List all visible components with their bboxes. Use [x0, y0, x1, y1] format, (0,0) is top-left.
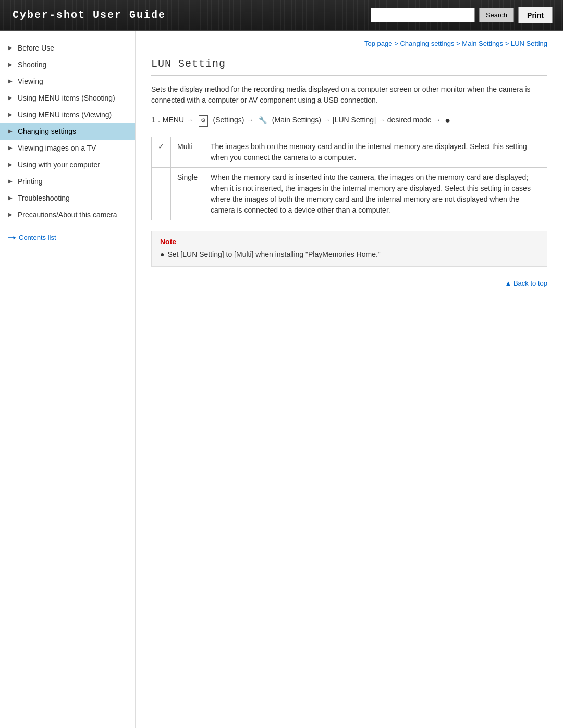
sidebar-arrow-viewing: ▶ — [8, 78, 15, 84]
back-to-top-link[interactable]: Back to top — [513, 279, 547, 287]
sidebar-label-viewing-images-tv: Viewing images on a TV — [18, 144, 96, 152]
sidebar-item-using-menu-viewing[interactable]: ▶Using MENU items (Viewing) — [0, 106, 135, 123]
note-text: Set [LUN Setting] to [Multi] when instal… — [167, 249, 380, 260]
breadcrumb-sep1: > — [394, 40, 400, 47]
breadcrumb-sep3: > — [505, 40, 511, 47]
sidebar-arrow-troubleshooting: ▶ — [8, 195, 15, 201]
content: Top page > Changing settings > Main Sett… — [136, 31, 563, 728]
sidebar-label-shooting: Shooting — [18, 60, 46, 69]
sidebar-items: ▶Before Use▶Shooting▶Viewing▶Using MENU … — [0, 40, 135, 223]
contents-list-label: Contents list — [19, 233, 56, 241]
settings-table: ✓ Multi The images both on the memory ca… — [151, 137, 547, 220]
page-title: LUN Setting — [151, 58, 547, 76]
main-settings-icon: 🔧 — [259, 115, 267, 126]
note-section: Note ● Set [LUN Setting] to [Multi] when… — [151, 231, 547, 267]
back-to-top-triangle: ▲ — [505, 279, 511, 287]
instruction-step: 1．MENU → — [151, 116, 195, 124]
sidebar-item-shooting[interactable]: ▶Shooting — [0, 56, 135, 73]
sidebar-item-printing[interactable]: ▶Printing — [0, 173, 135, 190]
sidebar-arrow-precautions: ▶ — [8, 212, 15, 218]
note-title: Note — [160, 238, 538, 246]
breadcrumb: Top page > Changing settings > Main Sett… — [151, 40, 547, 47]
sidebar-arrow-using-menu-shooting: ▶ — [8, 95, 15, 101]
sidebar-item-using-menu-shooting[interactable]: ▶Using MENU items (Shooting) — [0, 90, 135, 106]
instruction-main-label: (Main Settings) → [LUN Setting] → desire… — [270, 116, 443, 124]
sidebar-item-before-use[interactable]: ▶Before Use — [0, 40, 135, 56]
table-row: ✓ Multi The images both on the memory ca… — [152, 137, 547, 167]
sidebar-label-troubleshooting: Troubleshooting — [18, 194, 70, 202]
sidebar-arrow-printing: ▶ — [8, 178, 15, 184]
sidebar-label-using-menu-viewing: Using MENU items (Viewing) — [18, 110, 112, 119]
sidebar-label-printing: Printing — [18, 177, 42, 186]
contents-list-link[interactable]: Contents list — [0, 227, 135, 248]
print-button[interactable]: Print — [518, 7, 553, 23]
instruction-settings-label: (Settings) → — [211, 116, 256, 124]
bullet-marker: ● — [160, 249, 164, 260]
sidebar: ▶Before Use▶Shooting▶Viewing▶Using MENU … — [0, 31, 136, 728]
sidebar-arrow-viewing-images-tv: ▶ — [8, 145, 15, 151]
breadcrumb-top[interactable]: Top page — [364, 40, 393, 47]
sidebar-label-viewing: Viewing — [18, 77, 43, 85]
logo: Cyber-shot User Guide — [0, 9, 178, 21]
sidebar-item-viewing[interactable]: ▶Viewing — [0, 73, 135, 90]
description-cell: When the memory card is inserted into th… — [204, 167, 547, 220]
sidebar-arrow-shooting: ▶ — [8, 61, 15, 68]
table-body: ✓ Multi The images both on the memory ca… — [152, 137, 547, 220]
breadcrumb-main[interactable]: Main Settings — [462, 40, 503, 47]
description-cell: The images both on the memory card and i… — [204, 137, 547, 167]
sidebar-label-before-use: Before Use — [18, 44, 54, 52]
settings-icon: ⚙ — [199, 115, 208, 127]
bullet-icon: ● — [445, 115, 450, 126]
description: Sets the display method for the recordin… — [151, 84, 547, 106]
sidebar-label-using-menu-shooting: Using MENU items (Shooting) — [18, 94, 115, 102]
checkmark-cell — [152, 167, 171, 220]
sidebar-label-changing-settings: Changing settings — [18, 127, 76, 135]
sidebar-arrow-using-computer: ▶ — [8, 162, 15, 168]
search-input[interactable] — [371, 8, 475, 22]
search-button[interactable]: Search — [479, 8, 514, 22]
sidebar-label-precautions: Precautions/About this camera — [18, 211, 117, 219]
sidebar-arrow-using-menu-viewing: ▶ — [8, 112, 15, 118]
note-content: ● Set [LUN Setting] to [Multi] when inst… — [160, 249, 538, 260]
back-to-top[interactable]: ▲ Back to top — [151, 279, 547, 295]
sidebar-item-precautions[interactable]: ▶Precautions/About this camera — [0, 206, 135, 223]
instruction: 1．MENU → ⚙ (Settings) → 🔧 (Main Settings… — [151, 113, 547, 128]
breadcrumb-current: LUN Setting — [511, 40, 547, 47]
sidebar-item-changing-settings[interactable]: ▶Changing settings — [0, 123, 135, 140]
sidebar-item-viewing-images-tv[interactable]: ▶Viewing images on a TV — [0, 140, 135, 156]
arrow-right-icon — [8, 235, 17, 240]
breadcrumb-sep2: > — [456, 40, 462, 47]
header-right: Search Print — [371, 7, 563, 23]
label-cell: Multi — [171, 137, 204, 167]
sidebar-item-troubleshooting[interactable]: ▶Troubleshooting — [0, 190, 135, 206]
main-layout: ▶Before Use▶Shooting▶Viewing▶Using MENU … — [0, 31, 563, 728]
label-cell: Single — [171, 167, 204, 220]
note-item: ● Set [LUN Setting] to [Multi] when inst… — [160, 249, 538, 260]
sidebar-arrow-changing-settings: ▶ — [8, 128, 15, 134]
svg-marker-1 — [14, 236, 16, 239]
sidebar-arrow-before-use: ▶ — [8, 45, 15, 51]
sidebar-label-using-computer: Using with your computer — [18, 161, 100, 169]
checkmark-cell: ✓ — [152, 137, 171, 167]
table-row: Single When the memory card is inserted … — [152, 167, 547, 220]
sidebar-item-using-computer[interactable]: ▶Using with your computer — [0, 156, 135, 173]
breadcrumb-changing[interactable]: Changing settings — [400, 40, 454, 47]
header: Cyber-shot User Guide Search Print — [0, 0, 563, 31]
